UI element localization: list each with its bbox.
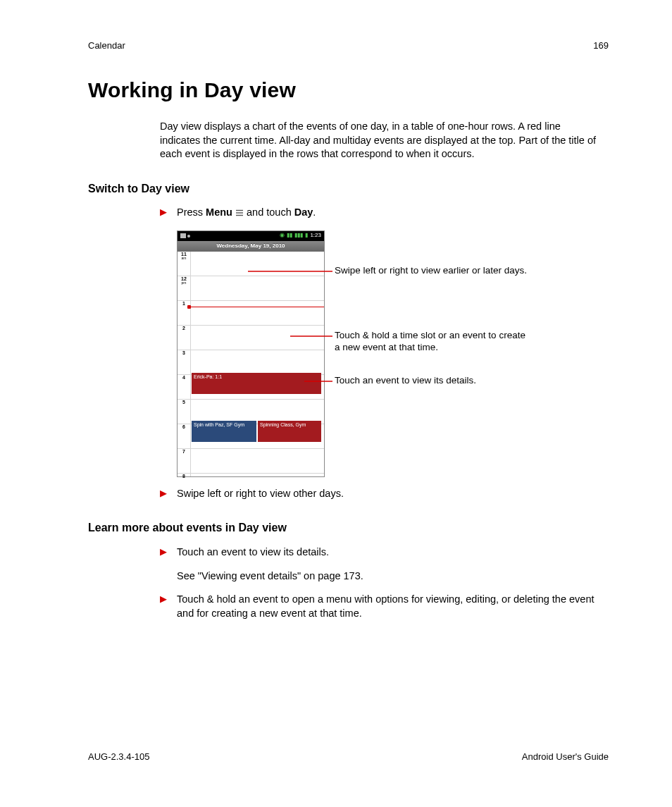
step-text: Touch & hold an event to open a menu wit… — [177, 593, 609, 620]
callout-touch-event: Touch an event to view its details. — [335, 374, 476, 387]
menu-icon — [235, 207, 244, 221]
calendar-date-header: Wednesday, May 19, 2010 — [178, 241, 324, 252]
triangle-bullet-icon: ▶ — [160, 206, 177, 221]
running-header: Calendar 169 — [88, 39, 609, 52]
battery-icon: ▮ — [305, 232, 308, 240]
step-touch-event: ▶ Touch an event to view its details. — [160, 546, 609, 560]
step-text: Touch an event to view its details. — [177, 546, 609, 560]
page: Calendar 169 Working in Day view Day vie… — [0, 0, 672, 807]
triangle-bullet-icon: ▶ — [160, 487, 177, 501]
figure-row: ◉ ▮▮ ▮▮▮ ▮ 1:23 Wednesday, May 19, 2010 … — [177, 230, 609, 477]
step-press-menu: ▶ Press Menu and touch Day. — [160, 206, 609, 221]
callout-touch-hold: Touch & hold a time slot or an event to … — [335, 329, 532, 354]
notification-icon — [180, 233, 186, 238]
step-swipe-days: ▶ Swipe left or right to view other days… — [160, 487, 609, 501]
step-touch-hold-event: ▶ Touch & hold an event to open a menu w… — [160, 593, 609, 620]
3g-icon: ▮▮ — [287, 232, 292, 240]
phone-screenshot: ◉ ▮▮ ▮▮▮ ▮ 1:23 Wednesday, May 19, 2010 … — [177, 230, 325, 477]
callout-swipe: Swipe left or right to view earlier or l… — [335, 264, 527, 277]
header-section: Calendar — [88, 39, 125, 52]
cross-reference: See "Viewing event details" on page 173. — [177, 569, 609, 584]
notification-dot-icon — [187, 235, 190, 238]
step-text: Swipe left or right to view other days. — [177, 487, 609, 501]
callout-leader-lines — [178, 252, 324, 470]
triangle-bullet-icon: ▶ — [160, 593, 177, 620]
footer-doc-id: AUG-2.3.4-105 — [88, 751, 149, 763]
footer-doc-title: Android User's Guide — [522, 751, 609, 763]
step-text: Press Menu and touch Day. — [177, 206, 609, 221]
section-switch-heading: Switch to Day view — [88, 181, 609, 197]
intro-paragraph: Day view displays a chart of the events … — [160, 120, 597, 161]
sync-icon: ◉ — [280, 232, 285, 240]
signal-icon: ▮▮▮ — [294, 232, 303, 240]
status-time: 1:23 — [310, 232, 321, 240]
status-bar: ◉ ▮▮ ▮▮▮ ▮ 1:23 — [178, 231, 324, 241]
section-learn-heading: Learn more about events in Day view — [88, 520, 609, 536]
calendar-body: 11am 12pm 1 2 3 4 5 6 7 8 Erick-Pa: 1:1 … — [178, 252, 324, 476]
header-page-number: 169 — [593, 39, 609, 52]
page-title: Working in Day view — [88, 76, 609, 105]
running-footer: AUG-2.3.4-105 Android User's Guide — [88, 751, 609, 763]
triangle-bullet-icon: ▶ — [160, 546, 177, 560]
